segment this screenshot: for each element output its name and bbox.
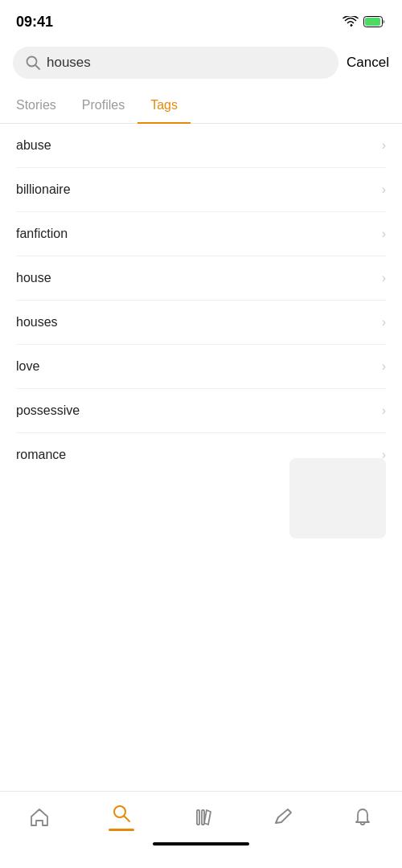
nav-item-search[interactable] xyxy=(96,800,147,834)
chevron-right-icon: › xyxy=(382,403,386,418)
list-item[interactable]: billionaire › xyxy=(16,168,386,212)
search-nav-icon xyxy=(111,803,132,824)
chevron-right-icon: › xyxy=(382,271,386,285)
chevron-right-icon: › xyxy=(382,359,386,374)
nav-item-write[interactable] xyxy=(260,804,306,831)
tabs-row: Stories Profiles Tags xyxy=(0,85,402,124)
search-icon xyxy=(26,55,40,70)
search-active-indicator xyxy=(109,829,134,831)
home-icon xyxy=(29,807,50,828)
list-item[interactable]: romance › xyxy=(16,433,386,477)
list-item[interactable]: possessive › xyxy=(16,389,386,433)
list-item[interactable]: houses › xyxy=(16,301,386,345)
tag-list: abuse › billionaire › fanfiction › house… xyxy=(0,124,402,477)
search-bar-row: Cancel xyxy=(0,40,402,85)
nav-item-home[interactable] xyxy=(16,804,63,831)
library-icon xyxy=(193,807,214,828)
home-indicator xyxy=(153,842,249,845)
chevron-right-icon: › xyxy=(382,182,386,197)
nav-items xyxy=(0,800,402,834)
battery-icon xyxy=(363,16,386,27)
write-icon xyxy=(273,807,293,828)
wifi-icon xyxy=(343,16,359,27)
tag-label: love xyxy=(16,359,39,374)
tab-stories[interactable]: Stories xyxy=(16,93,69,124)
tag-label: romance xyxy=(16,448,66,462)
tag-label: house xyxy=(16,271,51,285)
status-time: 09:41 xyxy=(16,14,53,31)
status-icons xyxy=(343,16,386,27)
svg-rect-6 xyxy=(197,810,199,825)
search-input[interactable] xyxy=(47,55,326,71)
nav-item-notifications[interactable] xyxy=(339,804,386,831)
chevron-right-icon: › xyxy=(382,138,386,153)
chevron-right-icon: › xyxy=(382,227,386,241)
list-item[interactable]: love › xyxy=(16,345,386,389)
nav-item-library[interactable] xyxy=(180,804,227,831)
tag-label: possessive xyxy=(16,403,80,418)
tag-label: billionaire xyxy=(16,182,71,197)
status-bar: 09:41 xyxy=(0,0,402,40)
search-input-wrapper[interactable] xyxy=(13,47,338,79)
svg-line-3 xyxy=(35,65,39,69)
tab-profiles[interactable]: Profiles xyxy=(69,93,137,124)
svg-rect-1 xyxy=(365,18,380,26)
list-item[interactable]: house › xyxy=(16,256,386,301)
chevron-right-icon: › xyxy=(382,448,386,462)
list-item[interactable]: abuse › xyxy=(16,124,386,168)
chevron-right-icon: › xyxy=(382,315,386,330)
tag-label: abuse xyxy=(16,138,51,153)
svg-line-5 xyxy=(125,817,130,822)
bottom-nav xyxy=(0,791,402,868)
list-item[interactable]: fanfiction › xyxy=(16,212,386,256)
cancel-button[interactable]: Cancel xyxy=(347,51,389,74)
tag-label: houses xyxy=(16,315,58,330)
tag-label: fanfiction xyxy=(16,227,68,241)
tab-tags[interactable]: Tags xyxy=(137,93,191,124)
bell-icon xyxy=(352,807,373,828)
